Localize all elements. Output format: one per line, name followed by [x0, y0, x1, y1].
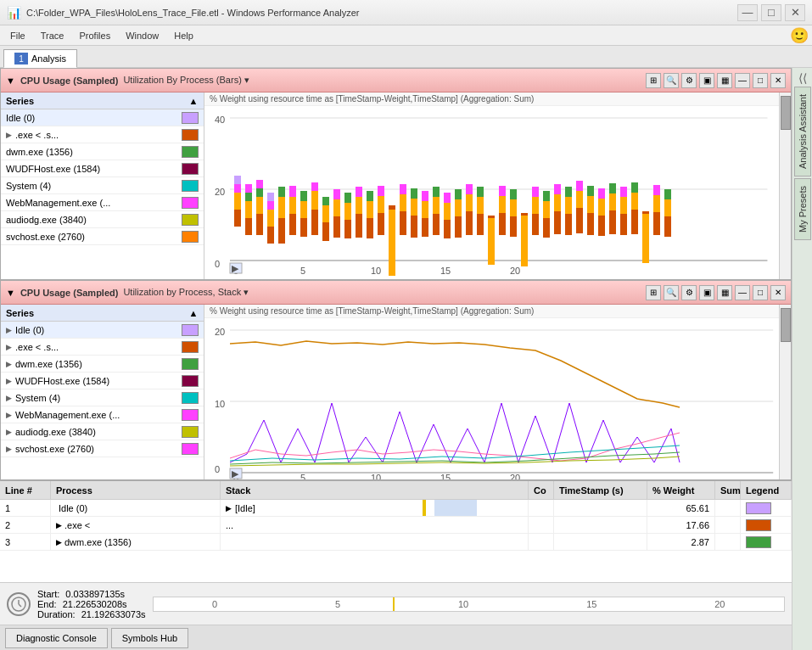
series2-item-7[interactable]: ▶ svchost.exe (2760) [1, 440, 204, 457]
panel-stack-layout1[interactable]: ▣ [699, 285, 714, 300]
tab-label: Analysis [31, 53, 66, 64]
panel-stack-collapse[interactable]: ▼ [6, 288, 15, 298]
panel-stack-maximize[interactable]: □ [753, 285, 768, 300]
panel-stack-layout2[interactable]: ▦ [717, 285, 732, 300]
panel-stack-minimize[interactable]: — [735, 285, 750, 300]
th-timestamp[interactable]: TimeStamp (s) [554, 481, 647, 499]
series2-item-5[interactable]: ▶ WebManagement.exe (... [1, 406, 204, 423]
svg-rect-104 [587, 196, 594, 213]
svg-rect-8 [234, 184, 241, 193]
series2-item-1[interactable]: ▶ .exe < .s... [1, 339, 204, 356]
series-color-0 [182, 112, 199, 124]
table-row[interactable]: 2 ▶ .exe < ... 17.66 [0, 517, 792, 534]
menu-file[interactable]: File [3, 26, 32, 45]
maximize-button[interactable]: □ [761, 4, 781, 21]
panel-bars-minimize[interactable]: — [735, 73, 750, 88]
panel-bars-chart[interactable]: % Weight using resource time as [TimeSta… [204, 92, 779, 279]
series-item-1[interactable]: ▶ .exe < .s... [1, 126, 204, 143]
subtitle2-arrow[interactable]: ▾ [244, 287, 249, 297]
panel-stack-body: Series ▲ ▶ Idle (0) ▶ .exe < .s... [1, 305, 791, 479]
series-scroll-up[interactable]: ▲ [188, 96, 199, 106]
panel-stack-close[interactable]: ✕ [770, 285, 786, 300]
time-scrollbar[interactable]: 0 5 10 15 20 [153, 597, 785, 612]
symbols-hub-button[interactable]: Symbols Hub [111, 628, 188, 648]
diagnostic-console-button[interactable]: Diagnostic Console [5, 628, 108, 648]
sidebar-expand-icon[interactable]: ⟨⟨ [798, 71, 807, 85]
panel-bars-search[interactable]: 🔍 [664, 73, 679, 88]
series2-scroll-up[interactable]: ▲ [188, 308, 199, 318]
svg-rect-43 [356, 214, 362, 238]
process-arrow-2: ▶ [56, 521, 62, 530]
scrollbar-bars-thumb[interactable] [781, 96, 791, 130]
panel-bars-subtitle: Utilization By Process (Bars) ▾ [123, 75, 249, 86]
svg-rect-29 [300, 201, 307, 218]
sidebar-tab-analysis[interactable]: Analysis Assistant [794, 87, 811, 177]
series2-item-4[interactable]: ▶ System (4) [1, 389, 204, 406]
tab-analysis[interactable]: 1 Analysis [3, 49, 77, 68]
td-stack-2: ... [221, 517, 529, 533]
svg-rect-59 [411, 188, 417, 199]
legend-color-2 [746, 519, 771, 531]
status-end: End: 21.226530208s [37, 599, 146, 609]
th-line[interactable]: Line # [0, 481, 51, 499]
svg-text:20: 20 [215, 187, 225, 197]
panel-stack-series-list: Series ▲ ▶ Idle (0) ▶ .exe < .s... [1, 305, 204, 479]
menu-window[interactable]: Window [119, 26, 165, 45]
svg-rect-52 [389, 210, 395, 276]
svg-text:20: 20 [215, 327, 225, 337]
panel-bars-collapse[interactable]: ▼ [6, 76, 15, 86]
series-item-6[interactable]: audiodg.exe (3840) [1, 211, 204, 228]
panel-stack-chart[interactable]: % Weight using resource time as [TimeSta… [204, 305, 779, 479]
th-co[interactable]: Co [529, 481, 554, 499]
svg-rect-13 [245, 184, 252, 193]
close-button[interactable]: ✕ [785, 4, 805, 21]
series-item-0[interactable]: Idle (0) [1, 109, 204, 126]
series2-item-3[interactable]: ▶ WUDFHost.exe (1584) [1, 373, 204, 389]
th-process[interactable]: Process [51, 481, 221, 499]
panel-bars-close[interactable]: ✕ [770, 73, 786, 88]
scrollbar-stack-thumb[interactable] [781, 308, 791, 342]
series2-item-0[interactable]: ▶ Idle (0) [1, 322, 204, 339]
panel-bars-layout2[interactable]: ▦ [717, 73, 732, 88]
svg-rect-101 [576, 191, 583, 208]
sidebar-tab-presets[interactable]: My Presets [794, 178, 811, 240]
td-timestamp-1 [554, 500, 647, 516]
svg-rect-66 [444, 220, 451, 238]
menu-profiles[interactable]: Profiles [72, 26, 117, 45]
panel-bars-maximize[interactable]: □ [753, 73, 768, 88]
stack-chart-svg: 20 10 0 [204, 318, 779, 479]
title-bar-controls[interactable]: — □ ✕ [737, 4, 805, 21]
process-arrow-3: ▶ [56, 538, 62, 546]
th-sum[interactable]: Sum [715, 481, 741, 499]
menu-help[interactable]: Help [167, 26, 200, 45]
panel-bars-gear[interactable]: ⚙ [681, 73, 697, 88]
panel-bars-layout1[interactable]: ▣ [699, 73, 714, 88]
panel-bars-icon1[interactable]: ⊞ [646, 73, 661, 88]
series-item-7[interactable]: svchost.exe (2760) [1, 228, 204, 245]
table-row[interactable]: 3 ▶ dwm.exe (1356) 2.87 [0, 534, 792, 551]
menu-trace[interactable]: Trace [34, 26, 71, 45]
series-item-3[interactable]: WUDFHost.exe (1584) [1, 160, 204, 177]
series-item-2[interactable]: dwm.exe (1356) [1, 143, 204, 160]
scrollbar-bars[interactable] [779, 92, 791, 279]
panel-stack-gear[interactable]: ⚙ [681, 285, 697, 300]
th-stack[interactable]: Stack [221, 481, 529, 499]
svg-rect-105 [587, 186, 594, 196]
series-item-5[interactable]: WebManagement.exe (... [1, 194, 204, 211]
series2-item-2[interactable]: ▶ dwm.exe (1356) [1, 356, 204, 373]
subtitle-arrow[interactable]: ▾ [244, 75, 249, 85]
series-items-stack: ▶ Idle (0) ▶ .exe < .s... ▶ dwm.exe (135… [1, 322, 204, 479]
td-process-1: Idle (0) [51, 500, 221, 516]
minimize-button[interactable]: — [737, 4, 758, 21]
scrollbar-stack[interactable] [779, 305, 791, 479]
panel-stack-search[interactable]: 🔍 [664, 285, 679, 300]
series-item-4[interactable]: System (4) [1, 177, 204, 194]
series2-item-6[interactable]: ▶ audiodg.exe (3840) [1, 423, 204, 440]
th-weight[interactable]: % Weight [647, 481, 715, 499]
panel-stack-icon1[interactable]: ⊞ [646, 285, 661, 300]
status-time-info: Start: 0.033897135s End: 21.226530208s D… [37, 589, 146, 619]
table-row[interactable]: 1 Idle (0) ▶ [Idle] 65. [0, 500, 792, 517]
panel-bars-header: ▼ CPU Usage (Sampled) Utilization By Pro… [1, 69, 791, 92]
svg-rect-96 [554, 184, 561, 194]
th-legend[interactable]: Legend [741, 481, 792, 499]
